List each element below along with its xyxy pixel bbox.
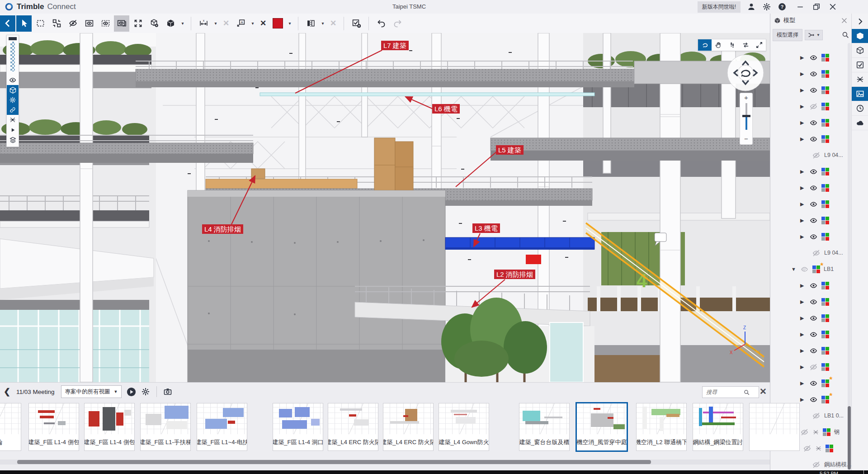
- chevron-collapsed-icon[interactable]: ▶: [800, 234, 806, 240]
- chevron-collapsed-icon[interactable]: ▶: [800, 332, 806, 337]
- transparency-slider-handle[interactable]: [9, 37, 17, 40]
- model-tree-row[interactable]: ▶: [770, 212, 852, 228]
- expand2-nav-button[interactable]: [752, 39, 766, 51]
- walk-nav-button[interactable]: [725, 39, 739, 51]
- view-thumbnail[interactable]: 建築_F區 L1~4-电扶: [197, 403, 247, 451]
- chevron-collapsed-icon[interactable]: ▶: [800, 397, 806, 403]
- model-status-grid-icon[interactable]: *: [821, 396, 829, 403]
- visibility-eye-icon[interactable]: [809, 118, 818, 127]
- view-thumbnail[interactable]: 建築_F區 L1-手扶梯: [140, 403, 191, 451]
- view-thumbnail[interactable]: 鋼結構_鋼梁位置討: [693, 403, 743, 451]
- objects-tab[interactable]: [852, 43, 868, 58]
- visibility-eye-icon[interactable]: [812, 412, 821, 420]
- visibility-eye-icon[interactable]: [812, 151, 821, 160]
- zoom-track-upper[interactable]: [745, 103, 747, 115]
- restore-icon[interactable]: [812, 2, 821, 11]
- model-status-grid-icon[interactable]: [821, 347, 829, 355]
- visibility-eye-icon[interactable]: [809, 135, 818, 143]
- annotation-label-l2[interactable]: L2 消防排烟: [494, 270, 535, 279]
- model-tree-row[interactable]: ▶: [770, 49, 852, 66]
- swap-nav-button[interactable]: [739, 39, 752, 51]
- section-button[interactable]: [303, 15, 318, 32]
- box-button[interactable]: [163, 15, 178, 32]
- chevron-collapsed-icon[interactable]: ▶: [800, 71, 806, 77]
- annotation-label-l3[interactable]: L3 機電: [472, 223, 500, 233]
- view-thumbnail[interactable]: 機空消_風管穿中庭: [576, 403, 627, 451]
- model-tree-row[interactable]: ▶: [770, 228, 852, 245]
- history-tab[interactable]: [852, 101, 868, 116]
- clash-tab[interactable]: [852, 72, 868, 87]
- play-icon[interactable]: [7, 125, 19, 135]
- annotation-label-l5[interactable]: L5 建築: [496, 145, 524, 155]
- model-tree-row[interactable]: ▶*: [770, 375, 852, 391]
- visibility-eye-icon[interactable]: [809, 70, 818, 78]
- model-tree-row[interactable]: ▶: [770, 359, 852, 375]
- new-version-button[interactable]: 新版本問世啦!: [698, 1, 741, 13]
- model-select-button[interactable]: 模型選擇: [773, 29, 802, 41]
- visibility-eye-icon[interactable]: [809, 363, 818, 371]
- chevron-collapsed-icon[interactable]: ▶: [800, 348, 806, 354]
- visibility-eye-icon[interactable]: [803, 444, 811, 453]
- model-tree-row[interactable]: ▶: [770, 294, 852, 310]
- nodes-button[interactable]: [49, 15, 64, 32]
- visibility-eye-icon[interactable]: [809, 102, 818, 111]
- model-tree-row[interactable]: ▶: [770, 277, 852, 294]
- model-status-grid-icon[interactable]: [821, 363, 829, 371]
- label-button[interactable]: [233, 15, 248, 32]
- play-icon[interactable]: [126, 387, 137, 397]
- chevron-collapsed-icon[interactable]: ▶: [800, 87, 806, 93]
- zoom-track-lower[interactable]: [745, 117, 747, 130]
- visibility-eye-icon[interactable]: [809, 346, 818, 355]
- view-thumbnail[interactable]: 建築_窗台台版及櫃: [519, 403, 570, 451]
- view-thumbnail[interactable]: 建築_L4 ERC 防火隔: [383, 403, 434, 451]
- rotate-nav-button[interactable]: [698, 39, 712, 51]
- chevron-expanded-icon[interactable]: ▼: [791, 266, 797, 272]
- model-status-grid-icon[interactable]: [823, 428, 830, 436]
- help-icon[interactable]: [778, 2, 787, 11]
- markup-add-button[interactable]: [349, 15, 364, 32]
- close-icon[interactable]: [828, 2, 837, 11]
- marquee-button[interactable]: [33, 15, 48, 32]
- model-status-grid-icon[interactable]: [821, 103, 829, 110]
- view-thumbnail[interactable]: 建築_F區 L1-4 洞口: [273, 403, 323, 451]
- cursor-button[interactable]: [16, 15, 32, 32]
- annotation-label-l6[interactable]: L6 機電: [432, 104, 460, 114]
- view-thumbnail[interactable]: :討論: [0, 403, 21, 451]
- chevron-collapsed-icon[interactable]: ▶: [800, 104, 806, 109]
- todo-tab[interactable]: [852, 58, 868, 72]
- view-thumbnail[interactable]: 建築_L4 ERC 防火隔: [328, 403, 378, 451]
- model-status-grid-icon[interactable]: [821, 298, 829, 306]
- model-status-grid-icon[interactable]: [821, 200, 829, 208]
- link-icon[interactable]: [7, 105, 19, 115]
- eye-box-button[interactable]: [81, 15, 97, 32]
- redo-button[interactable]: [390, 15, 405, 32]
- transparency-slider[interactable]: [10, 42, 15, 71]
- chevron-collapsed-icon[interactable]: ▶: [800, 55, 806, 61]
- zoom-in-button[interactable]: +: [744, 93, 748, 102]
- model-tree-row[interactable]: ▶: [770, 196, 852, 212]
- chevron-collapsed-icon[interactable]: ▶: [800, 136, 806, 142]
- view-thumbnail[interactable]: 建築_F區 L1-4 側包: [28, 403, 79, 451]
- view-thumbnail[interactable]: 建築_F區 L1-4 側包: [84, 403, 135, 451]
- red-equipment-box[interactable]: [526, 255, 541, 264]
- model-status-grid-icon[interactable]: [821, 184, 829, 192]
- model-tree-row[interactable]: ▶: [770, 114, 852, 131]
- cube-section-button[interactable]: [146, 15, 162, 32]
- visibility-eye-icon[interactable]: [800, 428, 809, 436]
- model-tree-row[interactable]: ▶: [770, 326, 852, 342]
- measure-button[interactable]: [196, 15, 211, 32]
- model-tree-row[interactable]: ▶: [770, 131, 852, 147]
- model-status-grid-icon[interactable]: [821, 168, 829, 175]
- model-status-grid-icon[interactable]: *: [821, 379, 829, 387]
- visibility-eye-icon[interactable]: [809, 232, 818, 241]
- model-tree-row[interactable]: ▶: [770, 98, 852, 114]
- swatch-button[interactable]: [270, 15, 285, 32]
- measure-clear-button[interactable]: ✕: [220, 15, 232, 32]
- chevron-collapsed-icon[interactable]: ▶: [800, 169, 806, 175]
- annotation-label-l7[interactable]: L7 建築: [381, 41, 409, 50]
- model-status-grid-icon[interactable]: [821, 86, 829, 94]
- back-button[interactable]: [0, 15, 15, 32]
- views-search-field[interactable]: [702, 386, 759, 398]
- visibility-eye-icon[interactable]: [809, 184, 818, 192]
- gear-icon[interactable]: [762, 2, 771, 11]
